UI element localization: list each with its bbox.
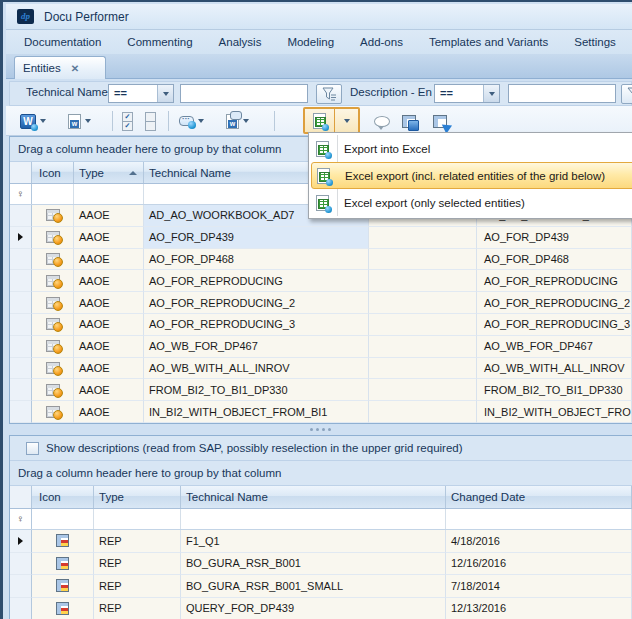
analysis-workbook-icon [46, 406, 60, 418]
description-filter-input[interactable] [508, 84, 616, 103]
menu-item-label: Excel export (only selected entities) [344, 197, 525, 209]
table-row[interactable]: AAOE IN_BI2_WITH_OBJECT_FROM_BI1 IN_BI2_… [10, 401, 632, 423]
menu-modeling[interactable]: Modeling [274, 30, 347, 54]
table-row[interactable]: REP F1_Q1 4/18/2016 [10, 530, 632, 553]
menu-analysis[interactable]: Analysis [206, 30, 275, 54]
filter-cell[interactable] [181, 509, 446, 529]
show-descriptions-row: Show descriptions (read from SAP, possib… [10, 436, 632, 461]
auto-filter-row[interactable]: ♀ [10, 509, 632, 530]
tab-close-icon[interactable]: ✕ [71, 63, 79, 74]
analysis-workbook-icon [46, 318, 60, 330]
table-row[interactable]: AAOE AO_FOR_REPRODUCING_2 AO_FOR_REPRODU… [10, 292, 632, 314]
column-header-icon[interactable]: Icon [32, 486, 94, 508]
menu-item-label: Excel export (incl. related entities of … [345, 170, 605, 182]
technical-name-filter-label: Technical Name [26, 86, 108, 98]
header-row: Icon Type Technical Name Changed Date [10, 486, 632, 509]
menu-item-export-into-excel[interactable]: Export into Excel [311, 135, 632, 162]
report-icon [56, 557, 69, 570]
description-filter-label: Description - En [350, 86, 432, 98]
export-word-icon[interactable] [20, 114, 36, 129]
table-row[interactable]: AAOE AO_FOR_DP468 AO_FOR_DP468 [10, 249, 632, 271]
column-header-type[interactable]: Type [94, 486, 181, 508]
analysis-workbook-icon [46, 297, 60, 309]
chevron-down-icon[interactable] [243, 119, 249, 123]
comment-bubble-icon[interactable] [374, 116, 390, 127]
analysis-workbook-icon [46, 275, 60, 287]
app-window: dp Docu Performer Documentation Commenti… [0, 0, 632, 619]
filter-cell[interactable] [74, 184, 144, 204]
chevron-down-icon[interactable] [85, 119, 91, 123]
analysis-workbook-icon [46, 231, 60, 243]
menu-settings[interactable]: Settings [561, 30, 629, 54]
table-row[interactable]: REP QUERY_FOR_DP439 12/13/2016 [10, 598, 632, 619]
comment-document-icon[interactable] [226, 114, 239, 129]
menu-commenting[interactable]: Commenting [114, 30, 205, 54]
technical-name-filter-input[interactable] [180, 84, 308, 103]
table-row[interactable]: AAOE AO_FOR_DP439 AO_FOR_DP439 [10, 227, 632, 249]
menu-documentation[interactable]: Documentation [11, 30, 114, 54]
report-icon [56, 579, 69, 592]
funnel-lines-icon [322, 87, 337, 101]
filter-pin-icon: ♀ [17, 514, 25, 524]
analysis-workbook-icon [46, 362, 60, 374]
splitter-handle[interactable] [9, 424, 632, 435]
chevron-down-icon[interactable] [483, 85, 499, 102]
chevron-down-icon[interactable] [40, 119, 46, 123]
tab-entities[interactable]: Entities ✕ [14, 56, 106, 79]
uncheck-all-icon[interactable] [145, 112, 156, 131]
group-by-panel[interactable]: Drag a column header here to group by th… [10, 461, 632, 486]
app-logo-icon: dp [17, 9, 34, 24]
tab-strip: Entities ✕ [6, 54, 632, 79]
table-row[interactable]: AAOE AO_FOR_REPRODUCING AO_FOR_REPRODUCI… [10, 270, 632, 292]
description-operator-combo[interactable]: == [434, 84, 500, 103]
filter-cell[interactable] [94, 509, 181, 529]
menu-templates-and-variants[interactable]: Templates and Variants [416, 30, 561, 54]
show-descriptions-label[interactable]: Show descriptions (read from SAP, possib… [46, 442, 463, 454]
analysis-workbook-icon [46, 384, 60, 396]
menu-add-ons[interactable]: Add-ons [347, 30, 416, 54]
operator-value: == [109, 85, 157, 102]
filter-cell[interactable] [32, 509, 94, 529]
technical-name-filter-button[interactable] [316, 84, 342, 104]
column-header-type[interactable]: Type [74, 162, 144, 183]
column-header-changed-date[interactable]: Changed Date [446, 486, 632, 508]
report-icon [56, 602, 69, 615]
filter-pin-icon: ♀ [17, 189, 25, 199]
save-table-layout-icon[interactable] [402, 115, 416, 128]
column-header-icon[interactable]: Icon [32, 162, 74, 183]
check-all-icon[interactable] [122, 112, 133, 131]
export-table-icon[interactable] [433, 115, 447, 128]
show-descriptions-checkbox[interactable] [26, 442, 39, 455]
technical-name-operator-combo[interactable]: == [108, 84, 174, 103]
report-icon [56, 534, 69, 547]
filter-cell[interactable] [32, 184, 74, 204]
table-row[interactable]: AAOE AO_FOR_REPRODUCING_3 AO_FOR_REPRODU… [10, 314, 632, 336]
excel-export-dropdown[interactable] [335, 109, 358, 132]
word-template-icon[interactable] [68, 114, 81, 129]
chevron-down-icon[interactable] [198, 119, 204, 123]
table-row[interactable]: AAOE AO_WB_FOR_DP467 AO_WB_FOR_DP467 [10, 336, 632, 358]
window-title: Docu Performer [44, 10, 129, 24]
menu-item-excel-export-selected[interactable]: Excel export (only selected entities) [311, 189, 632, 216]
table-row[interactable]: REP BO_GURA_RSR_B001 12/16/2016 [10, 553, 632, 576]
chevron-down-icon[interactable] [157, 85, 173, 102]
filter-cell[interactable] [446, 509, 632, 529]
description-filter-button[interactable] [621, 84, 632, 104]
title-bar: dp Docu Performer [6, 4, 632, 30]
menu-bar: Documentation Commenting Analysis Modeli… [6, 30, 632, 54]
funnel-icon [627, 87, 632, 101]
analysis-workbook-icon [46, 209, 60, 221]
row-indicator-header [10, 162, 32, 183]
table-row[interactable]: AAOE FROM_BI2_TO_BI1_DP330 FROM_BI2_TO_B… [10, 379, 632, 401]
add-comment-icon[interactable] [179, 116, 194, 126]
excel-export-icon[interactable] [305, 109, 335, 132]
excel-export-split-button[interactable] [303, 107, 360, 134]
table-row[interactable]: AAOE AO_WB_WITH_ALL_INROV AO_WB_WITH_ALL… [10, 358, 632, 380]
table-row[interactable]: REP BO_GURA_RSR_B001_SMALL 7/18/2014 [10, 575, 632, 598]
focused-row-icon [18, 233, 23, 241]
menu-item-excel-export-related[interactable]: Excel export (incl. related entities of … [311, 162, 632, 189]
analysis-workbook-icon [46, 253, 60, 265]
related-entities-grid: Show descriptions (read from SAP, possib… [9, 435, 632, 619]
operator-value: == [435, 85, 483, 102]
column-header-technical-name[interactable]: Technical Name [181, 486, 446, 508]
